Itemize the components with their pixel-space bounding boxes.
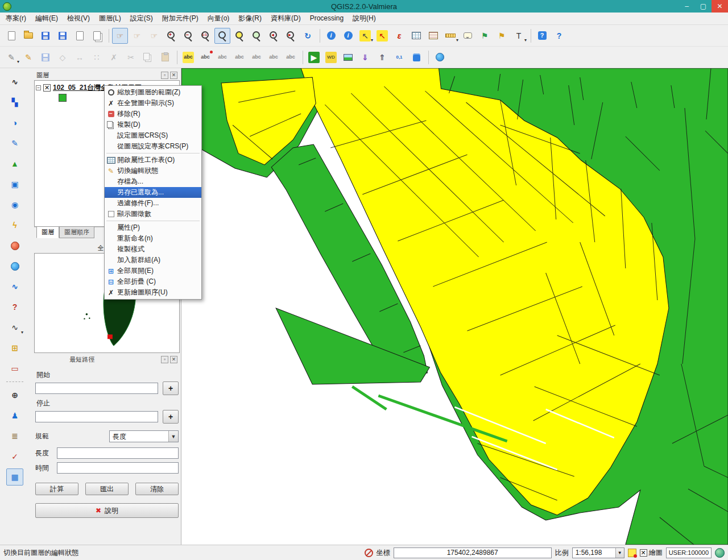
map-tips-button[interactable] — [460, 28, 475, 44]
field-calculator-button[interactable] — [425, 28, 441, 44]
pan-map-button[interactable]: ☞ — [129, 28, 145, 44]
context-menu-item-show-feature-count[interactable]: 顯示圖徵數 — [105, 209, 201, 219]
save-project-button[interactable] — [38, 28, 53, 44]
menubar-item[interactable]: 編輯(E) — [31, 13, 63, 24]
plugin-spatialite-db-button[interactable] — [408, 49, 424, 65]
cut-features-button[interactable]: ✂ — [123, 49, 139, 65]
save-project-as-button[interactable] — [55, 28, 71, 44]
context-menu-item-set-project-crs-from-layer[interactable]: 從圖層設定專案CRS(P) — [105, 141, 201, 152]
pan-to-selection-button[interactable]: ☞ — [146, 28, 162, 44]
chevron-down-icon[interactable]: ▼ — [168, 431, 178, 442]
node-tool-button[interactable]: ∷ — [89, 49, 105, 65]
zoom-in-button[interactable]: + — [163, 28, 179, 44]
open-attribute-table-button[interactable] — [408, 28, 424, 44]
render-paint-icon[interactable] — [628, 549, 636, 557]
refresh-map-button[interactable]: ↻ — [300, 28, 316, 44]
checker-tool-button[interactable]: ▚ — [6, 94, 23, 111]
chevron-down-icon[interactable]: ▼ — [615, 548, 624, 558]
context-menu-item-expand-all[interactable]: ⊞全部展開(E) — [105, 266, 201, 276]
context-menu-item-save-as[interactable]: 存檔為... — [105, 176, 201, 187]
map-canvas[interactable] — [181, 68, 728, 545]
context-menu-item-properties[interactable]: 屬性(P) — [105, 222, 201, 233]
quick-process-button[interactable]: ϟ — [6, 217, 23, 234]
crosshair-capture-button[interactable]: ⊕ — [6, 387, 23, 404]
context-menu-item-zoom-to-layer-extent[interactable]: 縮放到圖層的範圍(Z) — [105, 87, 201, 98]
context-menu-item-add-to-new-group[interactable]: 加入新群組(A) — [105, 255, 201, 266]
route-panel-close-button[interactable]: ✕ — [170, 356, 177, 363]
layer-checkbox[interactable] — [43, 84, 51, 92]
menubar-item[interactable]: 說明(H) — [348, 13, 380, 24]
menubar-item[interactable]: 向量(o) — [203, 13, 234, 24]
open-project-button[interactable] — [20, 28, 36, 44]
text-annotation-button[interactable]: T▾ — [511, 28, 527, 44]
new-print-composer-button[interactable] — [72, 28, 88, 44]
poi-tool-button[interactable]: ♟ — [6, 407, 23, 424]
stop-rendering-icon[interactable] — [365, 549, 373, 557]
paste-features-button[interactable] — [157, 49, 173, 65]
menubar-item[interactable]: 設定(S) — [126, 13, 158, 24]
context-menu-item-copy-style[interactable]: 複製樣式 — [105, 244, 201, 255]
context-menu-item-show-in-overview[interactable]: ✗在全覽圖中顯示(S) — [105, 98, 201, 109]
scale-combo[interactable]: 1:56,198 ▼ — [572, 547, 624, 558]
time-input[interactable] — [57, 462, 179, 474]
menubar-item[interactable]: 影像(R) — [234, 13, 266, 24]
menubar-item[interactable]: 圖層(L) — [94, 13, 126, 24]
identify-features-button[interactable]: i — [323, 28, 339, 44]
close-button[interactable]: ✕ — [712, 0, 728, 13]
measure-line-button[interactable]: ▾ — [442, 28, 458, 44]
menubar-item[interactable]: 資料庫(D) — [266, 13, 305, 24]
layers-panel-close-button[interactable]: ✕ — [170, 72, 177, 79]
run-feature-action-button[interactable]: i — [340, 28, 356, 44]
composer-manager-button[interactable] — [89, 28, 105, 44]
export-button[interactable]: 匯出 — [85, 483, 129, 495]
zoom-last-button[interactable]: ◂ — [266, 28, 282, 44]
menubar-item[interactable]: 專案(r) — [1, 13, 31, 24]
context-menu-item-rename[interactable]: 重新命名(n) — [105, 233, 201, 244]
layers-panel-float-button[interactable]: ▫ — [161, 72, 168, 79]
extent-tool-button[interactable]: ▭ — [6, 360, 23, 377]
menubar-item[interactable]: Processing — [305, 13, 348, 24]
web-service-button[interactable] — [6, 258, 23, 275]
plugin-binary-button[interactable]: 0,1 — [391, 49, 407, 65]
label-properties-button[interactable]: abc — [283, 49, 299, 65]
context-menu-item-remove-layer[interactable]: 移除(R) — [105, 109, 201, 119]
query-tool-button[interactable]: ? — [6, 298, 23, 316]
new-project-button[interactable] — [3, 28, 19, 44]
criterion-select[interactable]: 長度 ▼ — [109, 430, 179, 442]
overview-extent-rectangle[interactable] — [107, 334, 113, 339]
context-menu-item-update-drawing-order[interactable]: ✗更新繪圖順序(U) — [105, 287, 201, 298]
toggle-editing-button[interactable]: ✎ — [20, 49, 36, 65]
zoom-out-button[interactable]: − — [180, 28, 196, 44]
zoom-native-button[interactable]: 1:1 — [197, 28, 213, 44]
tab-layers[interactable]: 圖層 — [36, 227, 59, 238]
labeling-button[interactable]: abc — [180, 49, 196, 65]
deselect-features-button[interactable]: ↖ — [374, 28, 390, 44]
label-pin-button[interactable]: abc — [197, 49, 213, 65]
raster-select-button[interactable]: ▦ — [6, 468, 23, 486]
plugin-run-button[interactable]: ▶ — [306, 49, 322, 65]
zoom-full-button[interactable] — [214, 28, 230, 44]
overlap-analysis-button[interactable]: ◑ — [6, 114, 23, 131]
whats-this-button[interactable]: ? — [551, 28, 567, 44]
delete-selected-button[interactable]: ✗ — [106, 49, 122, 65]
plugin-download-button[interactable]: ⇓ — [357, 49, 373, 65]
plugin-raster-image-button[interactable] — [340, 49, 356, 65]
menubar-item[interactable]: 附加元件(P) — [158, 13, 203, 24]
context-menu-item-set-layer-crs[interactable]: 設定圖層CRS(S) — [105, 130, 201, 141]
crs-status-icon[interactable] — [715, 548, 725, 558]
vector-tools-button[interactable]: ∿▾ — [6, 319, 23, 336]
length-input[interactable] — [57, 447, 179, 459]
route-panel-float-button[interactable]: ▫ — [161, 356, 168, 363]
stop-input[interactable] — [35, 411, 158, 422]
web-service-red-button[interactable] — [6, 237, 23, 254]
terrain-tool-button[interactable]: ▲ — [6, 155, 23, 172]
show-bookmarks-button[interactable]: ⚑ — [494, 28, 510, 44]
plugin-globe-button[interactable] — [432, 49, 448, 65]
context-menu-item-duplicate-layer[interactable]: 複製(D) — [105, 119, 201, 130]
clear-button[interactable]: 清除 — [135, 483, 179, 495]
context-menu-item-collapse-all[interactable]: ⊟全部折疊 (C) — [105, 276, 201, 287]
zoom-to-selection-button[interactable] — [231, 28, 247, 44]
save-layer-edits-button[interactable] — [38, 49, 53, 65]
context-menu-item-open-attribute-table[interactable]: 開啟屬性工作表(O) — [105, 155, 201, 165]
zoom-next-button[interactable]: ▸ — [283, 28, 299, 44]
